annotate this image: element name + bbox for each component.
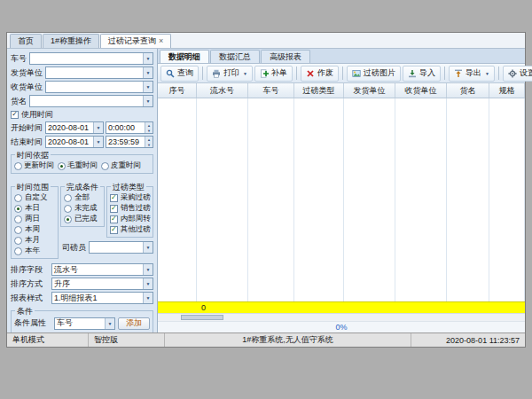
status-datetime: 2020-08-01 11:23:57 (411, 333, 525, 347)
radio-this-year[interactable]: 本年 (14, 246, 55, 256)
chevron-down-icon: ▼ (143, 293, 153, 303)
search-icon (166, 69, 175, 78)
use-time-checkbox-row[interactable]: ✓ 使用时间 (11, 109, 153, 120)
radio-icon (64, 194, 72, 202)
spinner-arrows-icon[interactable]: ▲▼ (145, 122, 153, 133)
grid-column (197, 98, 248, 301)
tab-data-detail[interactable]: 数据明细 (160, 50, 209, 63)
column-header-seq[interactable]: 序号 (158, 83, 197, 98)
goods-label: 货名 (11, 96, 27, 107)
document-tab-bar: 首页 1#称重操作 过磅记录查询 × (7, 33, 525, 49)
tab-weigh-operation[interactable]: 1#称重操作 (43, 34, 99, 48)
tab-home[interactable]: 首页 (10, 34, 42, 48)
grid-column (395, 98, 447, 301)
radio-icon (101, 162, 109, 170)
radio-incomplete[interactable]: 未完成 (64, 203, 101, 214)
checkbox-internal-transfer[interactable]: ✓ 内部周转 (110, 214, 150, 224)
radio-today[interactable]: 本日 (14, 203, 55, 214)
tab-weigh-record-query[interactable]: 过磅记录查询 × (100, 34, 171, 48)
option-label: 内部周转 (121, 214, 151, 224)
arrow-out-icon (454, 69, 463, 78)
tab-data-summary-label: 数据汇总 (219, 51, 251, 63)
column-header-receiver[interactable]: 收货单位 (395, 83, 447, 98)
start-date-picker[interactable]: 2020-08-01 ▼ (45, 121, 104, 134)
chevron-down-icon: ▼ (143, 82, 153, 92)
close-tab-icon[interactable]: × (159, 37, 163, 45)
goods-combobox[interactable]: ▼ (29, 95, 153, 107)
report-style-combobox[interactable]: 1.明细报表1 ▼ (51, 292, 153, 304)
tab-data-detail-label: 数据明细 (168, 51, 200, 63)
chevron-down-icon: ▼ (93, 122, 103, 133)
tab-data-summary[interactable]: 数据汇总 (210, 50, 260, 63)
option-label: 其他过磅 (121, 224, 151, 235)
option-label: 已完成 (74, 214, 98, 224)
sort-field-combobox[interactable]: 流水号 ▼ (51, 263, 153, 276)
column-header-serial[interactable]: 流水号 (197, 83, 248, 98)
start-time-label: 开始时间 (11, 122, 43, 134)
toolbar-separator (296, 66, 297, 80)
weigh-photo-button[interactable]: 过磅图片 (347, 66, 401, 82)
option-label: 毛重时间 (67, 160, 98, 171)
option-label: 自定义 (25, 192, 48, 203)
column-header-vehicle[interactable]: 车号 (248, 83, 294, 98)
weigh-photo-button-label: 过磅图片 (364, 67, 395, 79)
grid-column (344, 98, 395, 301)
radio-all[interactable]: 全部 (64, 192, 101, 203)
vehicle-combobox[interactable]: ▼ (29, 52, 153, 65)
option-label: 销售过磅 (121, 203, 151, 214)
checkbox-purchase-weigh[interactable]: ✓ 采购过磅 (110, 192, 150, 203)
column-header-goods[interactable]: 货名 (447, 83, 489, 98)
grid-column (294, 98, 344, 301)
radio-two-days[interactable]: 两日 (14, 214, 55, 224)
column-header-weigh-type[interactable]: 过磅类型 (294, 83, 344, 98)
end-date-picker[interactable]: 2020-08-01 ▼ (45, 136, 104, 148)
horizontal-scrollbar[interactable] (158, 313, 525, 321)
condition-attr-combobox[interactable]: 车号 ▼ (54, 317, 115, 330)
print-button[interactable]: 打印 ▼ (207, 66, 253, 82)
tab-weigh-operation-label: 1#称重操作 (51, 35, 91, 47)
complete-condition-title: 完成条件 (65, 182, 100, 193)
sort-order-combobox[interactable]: 升序 ▼ (51, 278, 153, 290)
chevron-down-icon: ▼ (143, 53, 153, 64)
settings-button[interactable]: 设置 (503, 66, 532, 82)
import-button[interactable]: 导入 (403, 66, 441, 82)
sort-order-label: 排序方式 (11, 278, 51, 290)
receiver-combobox[interactable]: ▼ (45, 81, 153, 93)
picture-icon (352, 69, 361, 78)
weigher-combobox[interactable]: ▼ (89, 241, 153, 254)
settings-button-label: 设置 (520, 67, 532, 79)
scrollbar-thumb[interactable] (181, 315, 223, 320)
void-button[interactable]: 作废 (301, 66, 339, 82)
radio-icon (14, 162, 22, 170)
radio-update-time[interactable]: 更新时间 (14, 160, 54, 171)
radio-this-week[interactable]: 本周 (14, 224, 55, 235)
checkbox-icon: ✓ (110, 215, 118, 223)
spinner-arrows-icon[interactable]: ▲▼ (145, 137, 153, 147)
tab-advanced-report[interactable]: 高级报表 (261, 50, 310, 63)
radio-custom-range[interactable]: 自定义 (14, 192, 55, 203)
end-time-spinner[interactable]: 23:59:59 ▲▼ (106, 136, 153, 148)
option-label: 本月 (25, 235, 40, 246)
supplement-button[interactable]: 补单 (254, 66, 293, 82)
supplement-button-label: 补单 (271, 67, 287, 79)
column-header-shipper[interactable]: 发货单位 (344, 83, 395, 98)
grid-column (158, 98, 197, 301)
status-edition: 智控版 (89, 333, 165, 347)
radio-gross-time[interactable]: 毛重时间 (58, 160, 98, 171)
option-label: 更新时间 (24, 160, 54, 171)
chevron-down-icon: ▼ (485, 71, 489, 76)
start-time-spinner[interactable]: 0:00:00 ▲▼ (106, 121, 153, 134)
export-button[interactable]: 导出 ▼ (449, 66, 495, 82)
add-condition-button[interactable]: 添加 (118, 317, 150, 330)
radio-completed[interactable]: 已完成 (64, 214, 101, 224)
print-button-label: 打印 (223, 67, 239, 79)
radio-this-month[interactable]: 本月 (14, 235, 55, 246)
shipper-combobox[interactable]: ▼ (45, 66, 153, 79)
radio-tare-time[interactable]: 皮重时间 (101, 160, 141, 171)
checkbox-sales-weigh[interactable]: ✓ 销售过磅 (110, 203, 150, 214)
radio-icon (64, 205, 72, 213)
query-button[interactable]: 查询 (160, 66, 199, 82)
column-header-spec[interactable]: 规格 (489, 83, 525, 98)
checkbox-other-weigh[interactable]: ✓ 其他过磅 (110, 224, 150, 235)
red-cross-icon (306, 69, 315, 78)
